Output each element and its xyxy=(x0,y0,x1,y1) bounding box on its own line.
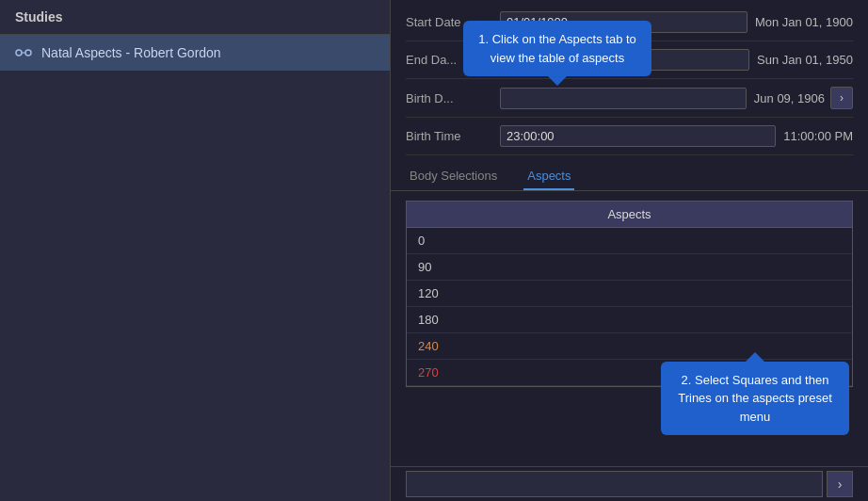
sidebar-item-label: Natal Aspects - Robert Gordon xyxy=(41,45,221,60)
table-row[interactable]: 180 xyxy=(407,307,852,333)
svg-point-1 xyxy=(25,50,31,56)
tab-aspects[interactable]: Aspects xyxy=(523,163,574,190)
table-row[interactable]: 0 xyxy=(407,228,852,254)
birth-date-label: Birth D... xyxy=(406,91,500,105)
birth-date-alt: Jun 09, 1906 xyxy=(754,91,825,105)
tooltip-2: 2. Select Squares and then Trines on the… xyxy=(661,362,849,436)
aspects-table-header: Aspects xyxy=(407,202,852,228)
birth-date-input[interactable] xyxy=(500,88,747,109)
svg-point-0 xyxy=(16,50,22,56)
birth-time-input[interactable] xyxy=(500,125,776,147)
tooltip-2-text: 2. Select Squares and then Trines on the… xyxy=(678,373,832,424)
birth-time-row: Birth Time 11:00:00 PM xyxy=(406,118,853,155)
table-row[interactable]: 240 xyxy=(407,333,852,360)
table-row[interactable]: 120 xyxy=(407,281,852,307)
birth-time-alt: 11:00:00 PM xyxy=(783,129,853,143)
aspects-table: Aspects 0 90 120 180 240 270 xyxy=(406,201,853,387)
tabs-row: Body Selections Aspects xyxy=(391,155,868,191)
main-content: Start Date Mon Jan 01, 1900 End Da... Su… xyxy=(391,0,868,501)
aspects-icon xyxy=(15,44,32,61)
tooltip-1: 1. Click on the Aspects tab to view the … xyxy=(463,21,651,76)
bottom-bar: › xyxy=(391,466,868,501)
birth-time-label: Birth Time xyxy=(406,129,500,143)
bottom-input[interactable] xyxy=(406,471,823,497)
birth-date-nav-btn[interactable]: › xyxy=(830,87,853,109)
tooltip-1-text: 1. Click on the Aspects tab to view the … xyxy=(478,32,636,65)
sidebar: Studies Natal Aspects - Robert Gordon xyxy=(0,0,391,501)
sidebar-item-natal-aspects[interactable]: Natal Aspects - Robert Gordon xyxy=(0,35,390,71)
bottom-nav-btn[interactable]: › xyxy=(827,471,853,497)
start-date-alt: Mon Jan 01, 1900 xyxy=(755,15,853,29)
end-date-alt: Sun Jan 01, 1950 xyxy=(757,53,853,67)
sidebar-header: Studies xyxy=(0,0,390,35)
tab-body-selections[interactable]: Body Selections xyxy=(406,163,501,190)
table-row[interactable]: 90 xyxy=(407,254,852,281)
birth-date-row: Birth D... Jun 09, 1906 › xyxy=(406,79,853,118)
